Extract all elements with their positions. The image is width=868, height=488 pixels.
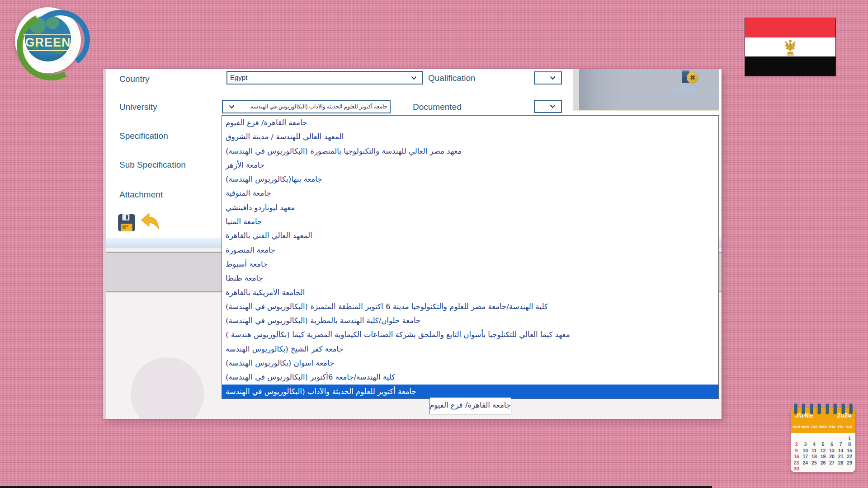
bottom-edge-line	[0, 486, 712, 488]
chevron-down-icon	[406, 72, 421, 83]
calendar-date: 14	[836, 448, 845, 454]
calendar-date	[810, 466, 819, 472]
delete-button[interactable]: Delete	[672, 84, 699, 95]
calendar-weekday: SUN	[792, 425, 801, 429]
form-action-icons	[117, 211, 171, 233]
green-logo: GREEN	[15, 7, 81, 73]
calendar-binder-rings-icon	[794, 404, 853, 414]
calendar-date: 19	[819, 454, 828, 460]
flag-red-band	[745, 18, 835, 38]
calendar-weekday: FRI	[836, 425, 845, 429]
calendar-date	[827, 466, 836, 472]
dropdown-item[interactable]: الجامعة الأمريكية بالقاهرة	[222, 286, 718, 300]
calendar-date: 2	[792, 441, 801, 447]
calendar-date: 16	[792, 454, 801, 460]
calendar-widget: JUNE 2024 SUNMONTUEWEDTHUFRISAT 12345678…	[790, 404, 856, 473]
calendar-date: 30	[792, 466, 801, 472]
calendar-date: 29	[845, 460, 854, 466]
calendar-date: 25	[810, 460, 819, 466]
qualification-label: Qualification	[428, 73, 476, 83]
calendar-date: 12	[819, 448, 828, 454]
calendar-date: 17	[801, 454, 810, 460]
calendar-date: 21	[836, 454, 845, 460]
calendar-weekday: SAT	[845, 425, 854, 429]
calendar-date	[819, 466, 828, 472]
calendar-date: 4	[810, 441, 819, 447]
calendar-date	[801, 436, 810, 441]
dropdown-item[interactable]: جامعة حلوان/كلية الهندسة بالمطرية (البكا…	[222, 314, 718, 328]
calendar-date: 6	[827, 441, 836, 447]
calendar-date: 3	[801, 441, 810, 447]
documented-select[interactable]	[534, 100, 562, 113]
toolbar-divider	[668, 72, 668, 108]
dropdown-item[interactable]: جامعة المنصورة	[222, 243, 718, 257]
truncated-toolbar-label: u	[712, 84, 718, 95]
dropdown-item[interactable]: معهد مصر العالي للهندسة والتكنولوجيا بال…	[222, 144, 718, 158]
chevron-down-icon	[224, 101, 239, 112]
calendar-date: 9	[792, 448, 801, 454]
dropdown-item[interactable]: كلية الهندسة/جامعة مصر للعلوم والتكنولوج…	[222, 300, 718, 314]
tooltip: جامعة القاهرة/ فرع الفيوم	[429, 397, 511, 414]
delete-document-icon[interactable]: ✖	[681, 70, 700, 85]
dropdown-item[interactable]: جامعة الأزهر	[222, 158, 718, 172]
calendar-date: 11	[810, 448, 819, 454]
calendar-date: 5	[819, 441, 828, 447]
dropdown-item[interactable]: جامعة القاهرة/ فرع الفيوم	[222, 116, 718, 130]
calendar-date: 22	[845, 454, 854, 460]
calendar-date	[819, 436, 828, 441]
dropdown-item[interactable]: جامعة المنوفية	[222, 186, 718, 200]
calendar-date: 7	[836, 441, 845, 447]
calendar-weekday: WED	[819, 425, 828, 429]
calendar-card: JUNE 2024 SUNMONTUEWEDTHUFRISAT 12345678…	[791, 408, 855, 472]
dropdown-item[interactable]: جامعة أسيوط	[222, 257, 718, 271]
eagle-of-saladin-icon	[783, 38, 797, 56]
calendar-date	[810, 436, 819, 441]
dropdown-item[interactable]: المعهد العالي الفني بالقاهرة	[222, 229, 718, 243]
calendar-date: 24	[801, 460, 810, 466]
calendar-date	[836, 436, 845, 441]
calendar-date	[845, 466, 854, 472]
dropdown-item[interactable]: معهد ليوناردو دافينشي	[222, 201, 718, 215]
gold-x-badge-icon: ✖	[687, 72, 698, 84]
dropdown-item[interactable]: جامعة كفر الشيخ (بكالوريوس الهندسة	[222, 342, 718, 356]
calendar-date	[827, 436, 836, 441]
university-select-value: جامعة أكتوبر للعلوم الحديثة والآداب (الب…	[250, 103, 387, 110]
country-label: Country	[119, 74, 150, 84]
save-floppy-icon[interactable]	[117, 213, 136, 232]
university-label: University	[119, 102, 157, 112]
dropdown-item[interactable]: جامعة المنيا	[222, 215, 718, 229]
calendar-weekday: THU	[827, 425, 836, 429]
university-dropdown-list[interactable]: جامعة القاهرة/ فرع الفيومالمعهد العالي ل…	[222, 115, 719, 399]
flag-white-band	[745, 38, 835, 57]
country-select[interactable]: Egypt	[226, 71, 423, 84]
calendar-date: 26	[819, 460, 828, 466]
dropdown-item[interactable]: المعهد العالي للهندسة / مدينة الشروق	[222, 130, 718, 144]
calendar-date: 27	[827, 460, 836, 466]
dropdown-item[interactable]: معهد كيما العالي للتكنلوجيا بأسوان التاب…	[222, 328, 718, 342]
sub-specification-label: Sub Specification	[119, 160, 186, 170]
specification-label: Specification	[119, 131, 168, 141]
dropdown-item[interactable]: جامعة بنها(بكالوريوس الهندسة)	[222, 172, 718, 186]
dropdown-item[interactable]: جامعة طنطا	[222, 271, 718, 285]
calendar-date: 28	[836, 460, 845, 466]
calendar-date: 15	[845, 448, 854, 454]
documented-label: Documented	[413, 102, 462, 112]
calendar-date: 13	[827, 448, 836, 454]
dropdown-item[interactable]: كلية الهندسة/جامعة 6أكتوبر (البكالوريوس …	[222, 370, 718, 384]
calendar-date	[801, 466, 810, 472]
dropdown-item[interactable]: جامعة اسوان (بكالوريوس الهندسة)	[222, 356, 718, 370]
dropdown-item[interactable]: جامعة أكتوبر للعلوم الحديثة والآداب (الب…	[222, 385, 718, 399]
flag-black-band	[745, 56, 835, 76]
calendar-grid: 1234567891011121314151617181920212223242…	[792, 436, 854, 472]
calendar-date	[792, 436, 801, 441]
university-select[interactable]: جامعة أكتوبر للعلوم الحديثة والآداب (الب…	[222, 100, 391, 113]
attachment-label: Attachment	[119, 190, 163, 200]
calendar-date: 23	[792, 460, 801, 466]
qualification-select[interactable]	[534, 71, 562, 84]
calendar-date: 18	[810, 454, 819, 460]
logo-text: GREEN	[23, 34, 72, 51]
toolbar-header: ✖ Delete u	[573, 69, 719, 111]
calendar-date: 20	[827, 454, 836, 460]
chevron-down-icon	[545, 73, 560, 84]
undo-arrow-icon[interactable]	[139, 211, 160, 232]
